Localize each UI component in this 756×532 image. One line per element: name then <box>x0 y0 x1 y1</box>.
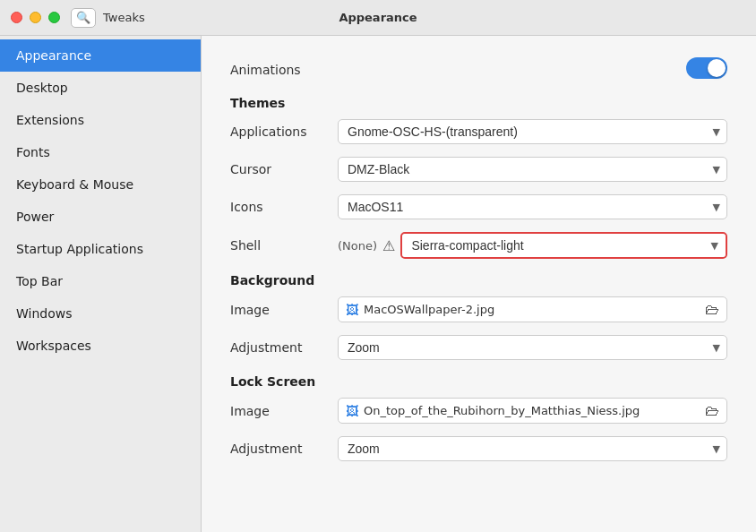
shell-warning-icon: ⚠ <box>382 237 395 254</box>
shell-select[interactable]: Sierra-compact-light <box>402 234 726 257</box>
minimize-button[interactable] <box>30 12 41 23</box>
lock-image-filename: On_top_of_the_Rubihorn_by_Matthias_Niess… <box>364 404 700 417</box>
cursor-select-wrap: DMZ-Black ▼ <box>338 157 727 182</box>
lock-image-file-icon: 🖼 <box>346 404 358 418</box>
applications-label: Applications <box>230 124 338 139</box>
sidebar-item-power[interactable]: Power <box>0 201 201 233</box>
search-button[interactable]: 🔍 <box>71 8 96 28</box>
lock-adjustment-label: Adjustment <box>230 442 338 456</box>
sidebar-item-startup[interactable]: Startup Applications <box>0 233 201 265</box>
window-controls <box>11 12 60 23</box>
lock-adjustment-select[interactable]: Zoom <box>338 436 727 461</box>
bg-adjustment-select[interactable]: Zoom <box>338 335 727 360</box>
animations-toggle[interactable] <box>686 57 727 79</box>
bg-adjustment-row: Adjustment Zoom ▼ <box>230 335 727 360</box>
animations-toggle-wrap <box>686 57 727 82</box>
lock-adjustment-row: Adjustment Zoom ▼ <box>230 436 727 461</box>
sidebar: Appearance Desktop Extensions Fonts Keyb… <box>0 36 202 532</box>
shell-label: Shell <box>230 238 338 253</box>
icons-select[interactable]: MacOS11 <box>338 194 727 219</box>
content-area: Animations Themes Applications Gnome-OSC… <box>202 36 756 532</box>
close-button[interactable] <box>11 12 22 23</box>
sidebar-item-keyboard-mouse[interactable]: Keyboard & Mouse <box>0 168 201 201</box>
animations-row: Animations <box>230 57 727 82</box>
sidebar-item-desktop[interactable]: Desktop <box>0 72 201 104</box>
themes-section-title: Themes <box>230 96 727 110</box>
bg-image-row: Image 🖼 MacOSWallpaper-2.jpg 🗁 <box>230 296 727 322</box>
bg-adjustment-select-wrap: Zoom ▼ <box>338 335 727 360</box>
animations-label: Animations <box>230 63 686 77</box>
lock-image-browse-button[interactable]: 🗁 <box>705 402 719 419</box>
lock-image-field: 🖼 On_top_of_the_Rubihorn_by_Matthias_Nie… <box>338 398 727 424</box>
bg-image-label: Image <box>230 303 338 317</box>
sidebar-item-fonts[interactable]: Fonts <box>0 136 201 168</box>
lock-screen-section-title: Lock Screen <box>230 374 727 389</box>
maximize-button[interactable] <box>48 12 60 23</box>
lock-adjustment-select-wrap: Zoom ▼ <box>338 436 727 461</box>
cursor-label: Cursor <box>230 162 338 176</box>
app-name-label: Tweaks <box>103 11 145 24</box>
sidebar-item-windows[interactable]: Windows <box>0 297 201 330</box>
background-section-title: Background <box>230 273 727 287</box>
applications-select-wrap: Gnome-OSC-HS-(transparent) ▼ <box>338 119 727 144</box>
main-layout: Appearance Desktop Extensions Fonts Keyb… <box>0 36 756 532</box>
bg-image-field: 🖼 MacOSWallpaper-2.jpg 🗁 <box>338 296 727 322</box>
icons-label: Icons <box>230 200 338 214</box>
sidebar-item-top-bar[interactable]: Top Bar <box>0 265 201 297</box>
shell-row: Shell (None) ⚠ Sierra-compact-light ▼ <box>230 232 727 259</box>
applications-row: Applications Gnome-OSC-HS-(transparent) … <box>230 119 727 144</box>
icons-row: Icons MacOS11 ▼ <box>230 194 727 219</box>
bg-image-filename: MacOSWallpaper-2.jpg <box>364 303 700 316</box>
sidebar-item-workspaces[interactable]: Workspaces <box>0 330 201 362</box>
shell-select-highlighted: Sierra-compact-light ▼ <box>400 232 727 259</box>
window-title: Appearance <box>339 11 417 24</box>
cursor-select[interactable]: DMZ-Black <box>338 157 727 182</box>
icons-select-wrap: MacOS11 ▼ <box>338 194 727 219</box>
lock-image-label: Image <box>230 404 338 418</box>
bg-image-file-icon: 🖼 <box>346 303 358 317</box>
titlebar: 🔍 Tweaks Appearance <box>0 0 756 36</box>
shell-none-label: (None) <box>338 239 377 253</box>
bg-image-browse-button[interactable]: 🗁 <box>705 301 719 318</box>
cursor-row: Cursor DMZ-Black ▼ <box>230 157 727 182</box>
bg-adjustment-label: Adjustment <box>230 340 338 355</box>
sidebar-item-extensions[interactable]: Extensions <box>0 104 201 136</box>
sidebar-item-appearance[interactable]: Appearance <box>0 39 201 72</box>
lock-image-row: Image 🖼 On_top_of_the_Rubihorn_by_Matthi… <box>230 398 727 424</box>
applications-select[interactable]: Gnome-OSC-HS-(transparent) <box>338 119 727 144</box>
